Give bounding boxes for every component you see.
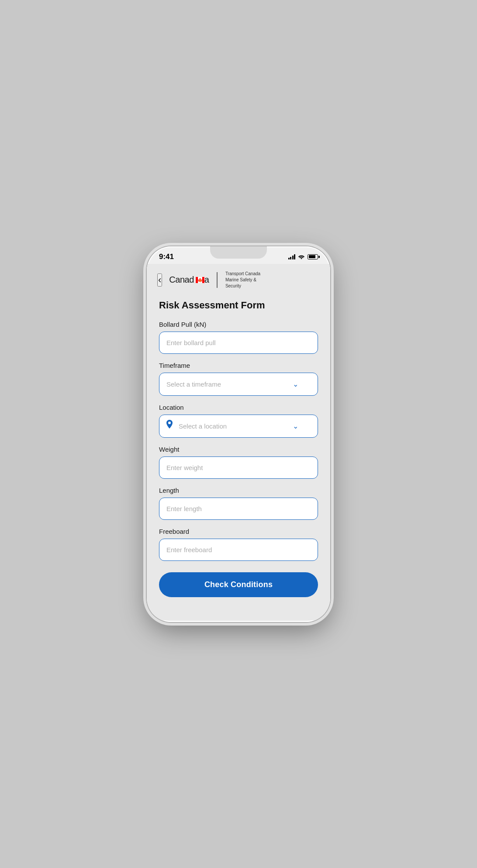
freeboard-label: Freeboard [159,528,318,535]
timeframe-select[interactable]: Select a timeframe ⌄ [159,373,318,396]
location-chevron-icon: ⌄ [293,422,298,430]
signal-icon [288,254,296,259]
length-label: Length [159,487,318,494]
freeboard-group: Freeboard [159,528,318,561]
form-container: Risk Assessment Form Bollard Pull (kN) T… [147,294,330,608]
logo-subtitle: Transport Canada Marine Safety & Securit… [225,271,269,289]
location-placeholder: Select a location [179,422,227,430]
location-select[interactable]: Select a location ⌄ [159,415,318,438]
timeframe-placeholder: Select a timeframe [166,380,221,388]
logo-area: Canad 🍁 a Transport Canada Marine Safety… [169,271,269,289]
weight-label: Weight [159,446,318,453]
timeframe-chevron-icon: ⌄ [293,380,298,388]
freeboard-input[interactable] [159,539,318,561]
svg-point-4 [168,422,171,424]
weight-group: Weight [159,446,318,479]
logo-divider [217,272,218,288]
wifi-icon [298,253,305,260]
status-time: 9:41 [159,252,174,261]
svg-text:🍁: 🍁 [197,277,203,283]
bollard-pull-group: Bollard Pull (kN) [159,321,318,354]
phone-content: ‹ Canad 🍁 a Transport Canada Marine Safe [147,264,330,620]
canada-logo-a: a [204,275,209,285]
location-group: Location Select a location ⌄ [159,404,318,438]
timeframe-select-wrapper: Select a timeframe ⌄ [159,373,318,396]
canada-flag-icon: 🍁 [196,277,204,283]
back-button[interactable]: ‹ [157,273,162,287]
location-pin-icon [165,420,174,432]
battery-icon [308,254,318,259]
canada-logo: Canad 🍁 a [169,275,209,285]
length-input[interactable] [159,498,318,520]
length-group: Length [159,487,318,520]
location-select-wrapper: Select a location ⌄ [159,415,318,438]
header-nav: ‹ Canad 🍁 a Transport Canada Marine Safe [147,264,330,294]
phone-notch [210,246,267,259]
timeframe-group: Timeframe Select a timeframe ⌄ [159,362,318,396]
weight-input[interactable] [159,456,318,479]
location-label: Location [159,404,318,411]
timeframe-label: Timeframe [159,362,318,369]
bollard-pull-input[interactable] [159,332,318,354]
status-icons [288,253,318,260]
check-conditions-button[interactable]: Check Conditions [159,572,318,597]
form-title: Risk Assessment Form [159,300,318,311]
bollard-pull-label: Bollard Pull (kN) [159,321,318,328]
canada-logo-text: Canad [169,275,194,285]
phone-frame: 9:41 ‹ Canad [147,246,330,622]
